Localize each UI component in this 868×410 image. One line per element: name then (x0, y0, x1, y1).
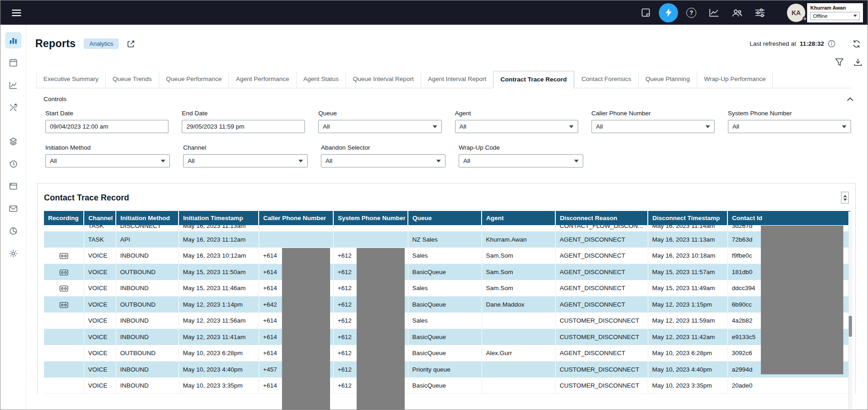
filter-select-system-phone-number[interactable]: All (728, 120, 851, 133)
column-header-disconnect-timestamp[interactable]: Disconnect Timestamp (648, 211, 727, 225)
filter-label: Start Date (45, 110, 168, 117)
column-header-caller-phone-number[interactable]: Caller Phone Number (259, 211, 333, 225)
activity-icon[interactable] (659, 3, 678, 22)
tab-agent-performance[interactable]: Agent Performance (228, 71, 296, 88)
sidebar-item-history[interactable] (5, 156, 22, 172)
cell-disconnect-timestamp: May 12, 2023 11:59am (648, 313, 727, 329)
sidebar-item-schedule[interactable] (5, 54, 22, 71)
filter-select-queue[interactable]: All (318, 120, 441, 133)
cell-disconnect-timestamp: May 10, 2023 6:28pm (648, 345, 727, 361)
tab-queue-performance[interactable]: Queue Performance (159, 71, 229, 88)
filter-select-wrap-up-code[interactable]: All (459, 154, 583, 167)
notes-icon[interactable] (634, 2, 657, 23)
table-row[interactable]: VOICEINBOUNDMay 10, 2023 3:35pm+614+612B… (44, 378, 851, 394)
table-scroll-stepper[interactable] (841, 192, 849, 204)
tab-agent-interval-report[interactable]: Agent Interval Report (421, 71, 494, 88)
table-row[interactable]: VOICEINBOUNDMay 15, 2023 11:46am+614+612… (44, 280, 851, 297)
tab-queue-planning[interactable]: Queue Planning (638, 71, 697, 88)
sidebar-item-trends[interactable] (5, 77, 22, 93)
filter-input-end-date[interactable]: 29/05/2023 11:59 pm (182, 120, 305, 133)
column-header-contact-id[interactable]: Contact Id (727, 211, 851, 225)
tab-agent-status[interactable]: Agent Status (296, 71, 346, 88)
cell-queue: Sales (408, 280, 482, 297)
settings-sliders-icon[interactable] (749, 2, 771, 23)
tab-wrap-up-performance[interactable]: Wrap-Up Performance (697, 71, 773, 88)
sidebar-item-reports[interactable] (5, 32, 22, 49)
column-header-initiation-method[interactable]: Initiation Method (116, 211, 179, 225)
filter-select-initiation-method[interactable]: All (45, 154, 170, 167)
filter-select-abandon-selector[interactable]: All (321, 154, 445, 167)
tab-contact-forensics[interactable]: Contact Forensics (574, 71, 638, 88)
info-icon[interactable] (828, 40, 835, 48)
table-scrollbar-track[interactable] (848, 211, 852, 410)
filter-value: All (50, 157, 57, 164)
help-icon[interactable]: ? (680, 2, 703, 23)
filter-select-channel[interactable]: All (183, 154, 308, 167)
table-row[interactable]: VOICEINBOUNDMay 10, 2023 4:40pm+457+612P… (44, 361, 851, 378)
filter-select-caller-phone-number[interactable]: All (591, 120, 715, 133)
metrics-icon[interactable] (703, 2, 726, 23)
external-link-icon[interactable] (127, 40, 135, 48)
column-header-agent[interactable]: Agent (482, 211, 555, 225)
cell-queue: Priority queue (408, 361, 482, 378)
report-tabs: Executive SummaryQueue TrendsQueue Perfo… (36, 71, 851, 88)
table-row[interactable]: TASKAPIMay 16, 2023 11:12amNZ SalesKhurr… (44, 232, 851, 248)
column-header-disconnect-reason[interactable]: Disconnect Reason (555, 211, 648, 225)
cell-initiation-timestamp: May 15, 2023 11:46am (179, 280, 259, 297)
status-select[interactable]: Offline (810, 12, 860, 20)
column-header-system-phone-number[interactable]: System Phone Number (333, 211, 408, 225)
tab-contract-trace-record[interactable]: Contract Trace Record (493, 71, 574, 88)
table-row[interactable]: VOICEOUTBOUNDMay 12, 2023 1:14pm+642+612… (44, 297, 851, 313)
sidebar-item-layers[interactable] (5, 133, 22, 150)
column-header-recording[interactable]: Recording (44, 211, 84, 225)
chevron-down-icon (842, 125, 846, 128)
scroll-up-icon[interactable] (843, 195, 847, 197)
cell-channel: TASK (84, 232, 116, 248)
tab-executive-summary[interactable]: Executive Summary (36, 71, 105, 88)
table-scrollbar-thumb[interactable] (849, 316, 852, 337)
filter-agent: AgentAll (455, 110, 578, 133)
page-header: Reports Analytics Last refreshed at 11:2… (35, 38, 851, 50)
scroll-down-icon[interactable] (843, 199, 847, 201)
table-row[interactable]: VOICEOUTBOUNDMay 10, 2023 6:28pm+614+612… (44, 345, 851, 361)
sidebar-item-browser[interactable] (5, 178, 22, 194)
tab-queue-interval-report[interactable]: Queue Interval Report (346, 71, 421, 88)
filter-input-start-date[interactable]: 09/04/2023 12:00 am (45, 120, 168, 133)
column-header-queue[interactable]: Queue (408, 211, 482, 225)
refresh-icon[interactable] (852, 39, 861, 49)
collapse-controls-button[interactable] (846, 97, 854, 102)
column-header-channel[interactable]: Channel (84, 211, 116, 225)
cell-disconnect-timestamp: May 16, 2023 11:13am (648, 232, 727, 248)
table-row[interactable]: VOICEINBOUNDMay 12, 2023 11:56am+614+612… (44, 313, 851, 329)
table-row[interactable]: TASKDISCONNECTMay 16, 2023 11:13amCONTAC… (44, 225, 851, 232)
sidebar-item-pie[interactable] (5, 223, 22, 239)
filter-label: System Phone Number (728, 110, 851, 117)
table-row[interactable]: VOICEOUTBOUNDMay 15, 2023 11:50am+614+61… (44, 264, 851, 281)
cell-initiation-method: INBOUND (116, 378, 179, 394)
download-icon[interactable] (854, 58, 862, 66)
tab-queue-trends[interactable]: Queue Trends (105, 71, 159, 88)
main-layout: Reports Analytics Last refreshed at 11:2… (0, 25, 868, 410)
filter-row: Start Date09/04/2023 12:00 amEnd Date29/… (45, 110, 851, 133)
cell-channel: VOICE (84, 361, 116, 378)
table-row[interactable]: VOICEINBOUNDMay 16, 2023 10:12am+614+612… (44, 248, 851, 264)
controls-title: Controls (43, 96, 66, 102)
recording-icon (60, 270, 68, 275)
analytics-badge[interactable]: Analytics (84, 38, 119, 49)
table-row[interactable]: VOICEINBOUNDMay 12, 2023 11:41am+614+612… (44, 329, 851, 345)
filter-icon[interactable] (835, 58, 844, 66)
users-icon[interactable] (726, 2, 749, 23)
cell-channel: VOICE (84, 297, 116, 313)
sidebar-item-tools[interactable] (5, 99, 22, 116)
gear-icon (9, 249, 18, 258)
sidebar-item-settings[interactable] (5, 245, 22, 262)
column-header-initiation-timestamp[interactable]: Initiation Timestamp (179, 211, 259, 225)
filter-initiation-method: Initiation MethodAll (45, 144, 170, 167)
cell-recording (44, 345, 84, 361)
sidebar-item-mail[interactable] (5, 200, 22, 217)
cell-disconnect-reason: AGENT_DISCONNECT (555, 232, 648, 248)
menu-icon[interactable] (9, 5, 24, 21)
cell-recording (44, 248, 84, 264)
filter-select-agent[interactable]: All (455, 120, 578, 133)
cell-disconnect-reason: CONTACT_FLOW_DISCON... (555, 225, 648, 232)
